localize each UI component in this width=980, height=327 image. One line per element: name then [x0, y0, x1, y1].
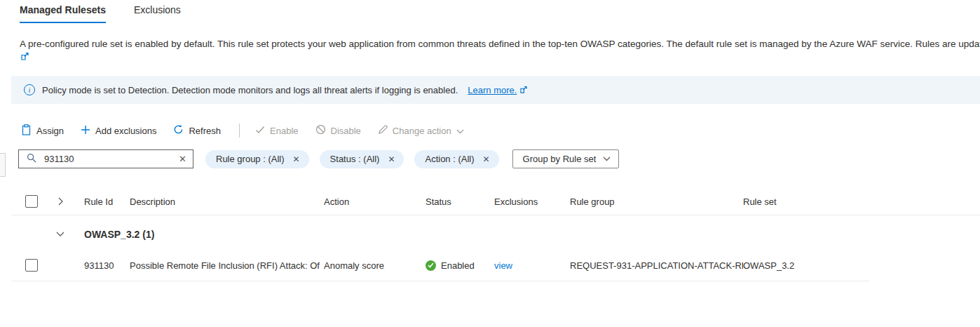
pill-label: Action : (All) [425, 154, 474, 164]
search-input[interactable] [44, 154, 179, 164]
group-row-owasp: OWASP_3.2 (1) [11, 218, 980, 250]
status-label: Enabled [441, 260, 475, 271]
external-link-icon[interactable] [21, 51, 29, 63]
filter-pill-action[interactable]: Action : (All) ✕ [414, 150, 498, 168]
clipped-panel-fragment [0, 153, 6, 177]
cell-rule-set: OWASP_3.2 [743, 260, 869, 271]
cell-status: Enabled [426, 260, 494, 271]
pill-label: Rule group : (All) [216, 154, 285, 164]
group-title: OWASP_3.2 (1) [73, 229, 154, 240]
change-action-button[interactable]: Change action [378, 125, 464, 137]
chevron-down-icon [56, 232, 64, 236]
block-icon [315, 124, 326, 137]
cell-rule-group: REQUEST-931-APPLICATION-ATTACK-RF [570, 260, 743, 271]
search-box: ✕ [18, 149, 193, 168]
select-all-checkbox[interactable] [25, 195, 38, 208]
header-rule-group[interactable]: Rule group [570, 196, 743, 207]
cell-description: Possible Remote File Inclusion (RFI) Att… [130, 260, 324, 271]
group-by-label: Group by Rule set [523, 154, 597, 164]
change-action-label: Change action [393, 126, 451, 136]
header-description[interactable]: Description [130, 196, 324, 207]
row-checkbox[interactable] [25, 259, 38, 272]
collapse-group-chevron[interactable] [48, 232, 73, 236]
filter-pill-rule-group[interactable]: Rule group : (All) ✕ [205, 150, 309, 168]
header-status[interactable]: Status [426, 196, 494, 207]
remove-filter-icon[interactable]: ✕ [483, 155, 490, 164]
tab-bar: Managed Rulesets Exclusions [20, 4, 181, 23]
header-rule-id[interactable]: Rule Id [73, 196, 130, 207]
plus-icon [81, 125, 90, 137]
filter-pills: Rule group : (All) ✕ Status : (All) ✕ Ac… [205, 150, 499, 168]
header-exclusions[interactable]: Exclusions [494, 196, 570, 207]
tab-managed-rulesets[interactable]: Managed Rulesets [20, 4, 106, 23]
pill-label: Status : (All) [330, 154, 380, 164]
view-exclusions-link[interactable]: view [494, 260, 512, 271]
disable-label: Disable [331, 126, 361, 136]
tab-exclusions[interactable]: Exclusions [134, 4, 181, 23]
filter-pill-status[interactable]: Status : (All) ✕ [320, 150, 404, 168]
chevron-right-icon [58, 197, 63, 206]
add-exclusions-label: Add exclusions [95, 126, 156, 136]
page-description: A pre-configured rule set is enabled by … [20, 39, 980, 49]
enable-label: Enable [270, 126, 298, 136]
command-bar: Assign Add exclusions Refresh Enable Di [21, 124, 481, 138]
banner-text: Policy mode is set to Detection. Detecti… [42, 85, 458, 95]
external-link-icon [520, 85, 527, 95]
info-icon: i [24, 84, 35, 95]
managed-rulesets-page: Managed Rulesets Exclusions A pre-config… [0, 0, 980, 327]
remove-filter-icon[interactable]: ✕ [388, 155, 395, 164]
toolbar-divider [239, 124, 240, 138]
filter-bar: ✕ Rule group : (All) ✕ Status : (All) ✕ … [18, 149, 619, 168]
assign-clipboard-icon [21, 124, 32, 138]
check-icon [255, 126, 265, 136]
disable-button[interactable]: Disable [315, 124, 361, 137]
cell-rule-id: 931130 [73, 260, 130, 271]
table-row[interactable]: 931130 Possible Remote File Inclusion (R… [11, 250, 980, 281]
pencil-icon [378, 125, 388, 137]
clear-search-icon[interactable]: ✕ [179, 154, 186, 164]
refresh-button[interactable]: Refresh [173, 124, 221, 137]
header-rule-set[interactable]: Rule set [743, 196, 869, 207]
chevron-down-icon [603, 156, 611, 161]
search-icon [27, 153, 36, 166]
learn-more-link[interactable]: Learn more. [468, 85, 517, 95]
table-header: Rule Id Description Action Status Exclus… [11, 188, 980, 215]
refresh-icon [173, 124, 184, 137]
policy-mode-banner: i Policy mode is set to Detection. Detec… [11, 76, 980, 104]
row-separator [11, 281, 869, 281]
add-exclusions-button[interactable]: Add exclusions [81, 125, 156, 137]
cell-action: Anomaly score [324, 260, 426, 271]
enabled-check-icon [426, 260, 436, 271]
assign-label: Assign [36, 126, 64, 136]
chevron-down-icon [456, 126, 464, 136]
remove-filter-icon[interactable]: ✕ [293, 155, 300, 164]
header-action[interactable]: Action [324, 196, 426, 207]
refresh-label: Refresh [189, 126, 221, 136]
group-by-dropdown[interactable]: Group by Rule set [512, 149, 620, 168]
assign-button[interactable]: Assign [21, 124, 64, 138]
expand-all-chevron[interactable] [48, 197, 73, 206]
enable-button[interactable]: Enable [255, 126, 298, 136]
